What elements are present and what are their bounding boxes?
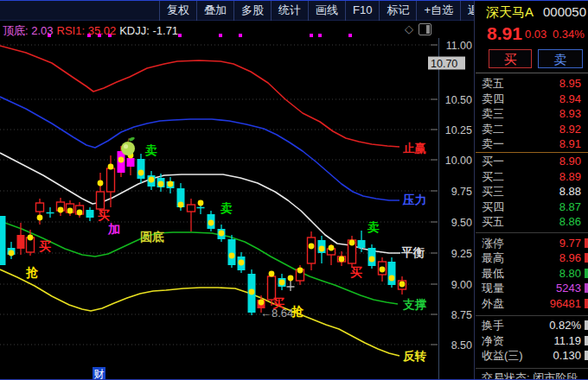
yellow-signal-dot [239, 260, 245, 266]
order-row-ask3[interactable]: 卖三8.93 [482, 106, 581, 122]
menu-item-draw-line[interactable]: 画线 [308, 0, 345, 21]
clipped-text [585, 351, 588, 360]
candlestick-chart[interactable]: 11.0010.5010.2510.009.759.509.259.008.75… [0, 21, 474, 380]
axis-label: 11.00 [446, 40, 472, 52]
chart-annotation: 卖 [144, 143, 157, 157]
row-label: 涨停 [482, 237, 504, 250]
chart-annotation: 卖 [367, 220, 380, 234]
yellow-signal-dot [219, 231, 225, 237]
row-label: 卖五 [482, 77, 504, 90]
yellow-signal-dot [297, 268, 304, 274]
chart-annotation: 圆底 [140, 230, 164, 244]
menu-item-overlay[interactable]: 叠加 [196, 0, 233, 21]
chart-annotation: 买 [98, 208, 110, 222]
yellow-signal-dot [279, 280, 285, 286]
menu-item-adjust[interactable]: 复权 [159, 0, 196, 21]
info-row-turnover: 换手0.82% [482, 318, 581, 333]
divider [476, 73, 588, 73]
row-label: 买二 [482, 170, 504, 183]
row-label: 现量 [482, 282, 504, 294]
menu-item-mark[interactable]: 标记 [379, 0, 416, 21]
candle-down [0, 216, 6, 265]
line-label: 止赢 [403, 142, 426, 155]
yellow-signal-dot [28, 235, 34, 241]
row-label: 最高 [482, 251, 504, 264]
row-value: 8.89 [559, 169, 581, 185]
yellow-signal-dot [319, 246, 325, 252]
yellow-signal-dot [198, 200, 204, 206]
order-row-ask2[interactable]: 卖二8.92 [482, 122, 581, 137]
candle-down [86, 210, 94, 218]
candle-solid [127, 158, 135, 167]
price-change: 0.03 [525, 28, 546, 41]
candle-up [188, 205, 195, 212]
axis-label: 9.00 [451, 279, 472, 291]
info-row-net-assets: 净资11.19 [482, 333, 581, 349]
candle-solid [17, 235, 25, 249]
line-label: 压力 [402, 193, 426, 206]
yellow-signal-dot [269, 271, 275, 277]
menu-item-statistics[interactable]: 统计 [271, 0, 308, 21]
clipped-text [585, 299, 588, 308]
panel-toggle-icon[interactable] [419, 23, 431, 35]
order-row-bid5[interactable]: 买五8.86 [482, 214, 581, 230]
yellow-signal-dot [399, 282, 406, 288]
apple-icon [121, 142, 135, 155]
yellow-signal-dot [288, 276, 294, 282]
yellow-signal-dot [339, 256, 345, 263]
row-label: 换手 [482, 319, 504, 332]
signal-dot [348, 34, 352, 37]
signal-dot [219, 34, 222, 37]
order-row-bid3[interactable]: 买三8.88 [482, 184, 581, 200]
yellow-signal-dot [380, 267, 386, 273]
stock-name: 深天马A [486, 4, 534, 21]
stat-row-current-volume: 现量5243 [482, 281, 581, 296]
yellow-signal-dot [158, 181, 164, 187]
row-value: 8.88 [559, 184, 581, 200]
order-row-ask4[interactable]: 卖四8.94 [482, 92, 581, 107]
apple-leaf-icon [129, 136, 136, 142]
chart-annotation: 卖 [220, 201, 233, 215]
row-value: 8.95 [559, 76, 581, 92]
menu-item-multi-stock[interactable]: 多股 [233, 0, 271, 21]
menu-item-add-watchlist[interactable]: +自选 [416, 0, 460, 21]
yellow-signal-dot [208, 220, 214, 226]
order-row-bid4[interactable]: 买四8.87 [482, 200, 581, 215]
window-top-border [0, 0, 588, 1]
order-row-bid2[interactable]: 买二8.89 [482, 169, 581, 185]
sell-button[interactable]: 卖 [538, 49, 583, 68]
clipped-text [585, 253, 588, 263]
order-row-bid1[interactable]: 买一8.90 [482, 154, 581, 169]
candle-down [358, 240, 366, 248]
menu-item-f10[interactable]: F10 [345, 0, 379, 21]
stat-row-outer-volume: 外盘96481 [482, 296, 581, 312]
row-label: 买五 [482, 215, 504, 228]
buy-button[interactable]: 买 [489, 49, 532, 68]
info-row-eps: 收益(三)0.130 [482, 348, 581, 364]
quote-panel: 深天马A 000050 8.91 0.03 0.34% 买 卖 卖五8.95卖四… [474, 0, 588, 380]
signal-dot [318, 34, 322, 37]
axis-label: 8.50 [451, 339, 472, 352]
stat-row-limit-up: 涨停9.77 [482, 236, 581, 251]
row-value: 9.77 [559, 236, 581, 251]
stat-row-low: 最低8.80 [482, 266, 581, 282]
order-row-ask5[interactable]: 卖五8.95 [482, 76, 581, 92]
indicator-line-zhiying [0, 46, 399, 147]
diamond-icon[interactable]: ◇ [405, 23, 413, 35]
indicator-line-zhicheng [0, 221, 398, 304]
price-change-percent: 0.34% [553, 28, 585, 41]
clipped-text [585, 320, 588, 330]
line-label: 支撑 [402, 298, 427, 311]
finance-badge: 财 [94, 368, 105, 380]
yellow-signal-dot [58, 207, 64, 213]
candle-down [228, 239, 236, 265]
row-label: 卖四 [482, 92, 504, 105]
row-value: 8.93 [559, 106, 581, 122]
yellow-signal-dot [309, 244, 315, 250]
stock-code: 000050 [543, 4, 586, 19]
row-label: 卖二 [482, 123, 504, 136]
yellow-signal-dot [249, 289, 255, 295]
row-label: 最低 [482, 267, 504, 280]
order-row-ask1[interactable]: 卖一8.91 [482, 136, 581, 152]
clipped-text [585, 238, 588, 248]
